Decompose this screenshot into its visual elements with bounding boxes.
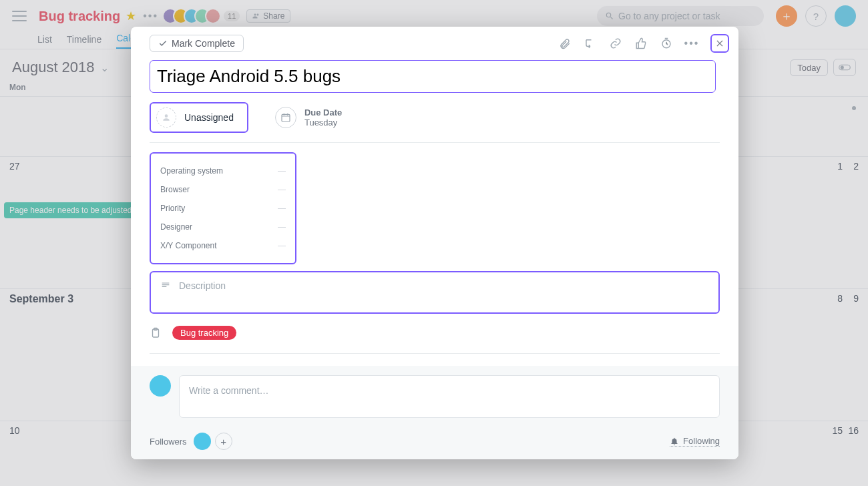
bell-icon [670,437,679,446]
copy-link-icon[interactable] [609,37,622,50]
date-10[interactable]: 10 [9,425,20,436]
task-title-input[interactable] [150,60,716,93]
date-2[interactable]: 2 [853,161,859,172]
modal-toolbar: Mark Complete ••• [131,27,738,60]
modal-footer: Followers + Following [131,427,738,459]
date-8[interactable]: 8 [837,293,843,304]
like-icon[interactable] [634,37,648,50]
chevron-down-icon[interactable]: ⌄ [100,61,109,74]
project-more-icon[interactable]: ••• [143,10,158,22]
task-detail-modal: Mark Complete ••• Unassigned [131,27,738,459]
followers-label: Followers [150,437,187,447]
member-avatars[interactable]: 11 [168,8,240,24]
svg-rect-3 [282,114,290,121]
member-count: 11 [224,11,240,21]
field-designer-label: Designer [160,222,192,232]
top-bar: Bug tracking ★ ••• 11 Share Go to any pr… [0,0,868,29]
toggle-icon [839,63,851,72]
clipboard-icon [150,327,162,339]
field-xy-label: X/Y Component [160,241,217,250]
description-icon [160,280,171,291]
date-16[interactable]: 16 [848,425,859,436]
tab-list[interactable]: List [37,34,52,49]
person-icon [156,107,176,128]
search-icon [605,11,614,21]
field-priority-label: Priority [160,204,185,213]
follower-avatar[interactable] [194,433,211,450]
people-icon [252,12,260,20]
timer-icon[interactable] [660,37,673,50]
share-button[interactable]: Share [246,9,290,23]
date-9[interactable]: 9 [853,293,859,304]
date-1[interactable]: 1 [837,161,843,172]
project-title[interactable]: Bug tracking [39,9,120,24]
subtask-icon[interactable] [584,37,597,50]
quick-add-button[interactable]: ＋ [776,5,797,27]
attachment-icon[interactable] [558,37,572,50]
custom-fields[interactable]: Operating system— Browser— Priority— Des… [150,152,296,264]
date-sep-3[interactable]: September 3 [9,293,73,305]
comment-input[interactable]: Write a comment… [179,375,720,418]
search-input[interactable]: Go to any project or task [597,6,764,26]
tab-timeline[interactable]: Timeline [67,34,101,49]
today-dot-icon [852,106,856,110]
close-icon [715,39,724,48]
svg-point-1 [841,65,844,69]
check-icon [158,39,168,48]
due-date-button[interactable]: Due Date Tuesday [275,107,342,128]
help-button[interactable]: ? [805,5,827,27]
close-button[interactable] [710,34,729,53]
menu-icon[interactable] [12,11,27,21]
mark-complete-button[interactable]: Mark Complete [150,35,244,52]
add-follower-button[interactable]: + [215,433,232,450]
calendar-icon [275,107,296,128]
following-button[interactable]: Following [670,436,720,447]
user-avatar[interactable] [835,5,856,27]
field-browser-label: Browser [160,185,190,194]
more-icon[interactable]: ••• [685,37,698,50]
commenter-avatar [150,375,171,397]
comment-bar: Write a comment… [131,366,738,427]
star-icon[interactable]: ★ [126,9,136,23]
calendar-month[interactable]: August 2018 [12,59,95,76]
description-input[interactable]: Description [150,271,720,314]
calendar-event[interactable]: Page header needs to be adjusted [4,202,137,218]
date-15[interactable]: 15 [832,425,843,436]
project-pill[interactable]: Bug tracking [172,326,236,340]
field-os-label: Operating system [160,166,223,176]
weekend-toggle-button[interactable] [833,59,856,76]
project-row: Bug tracking [150,326,720,354]
today-button[interactable]: Today [790,59,828,76]
date-27[interactable]: 27 [9,161,20,172]
assignee-button[interactable]: Unassigned [150,102,248,133]
